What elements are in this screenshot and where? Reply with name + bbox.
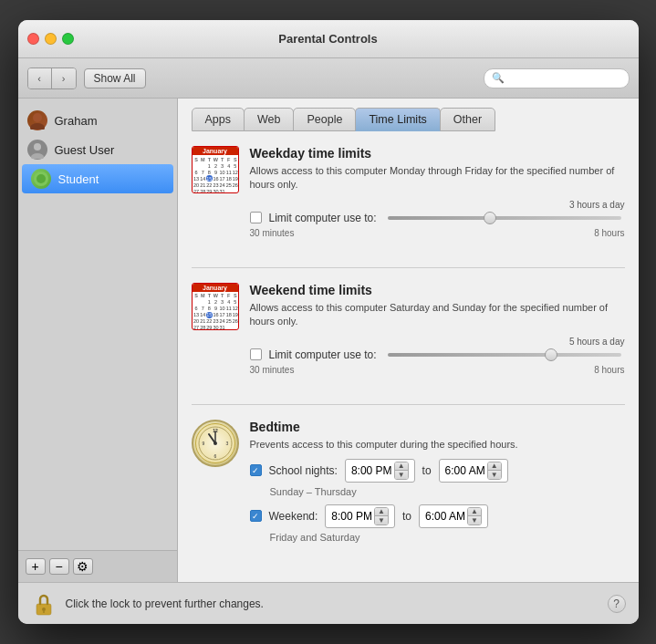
search-input[interactable] (508, 72, 621, 85)
weekend-start-up[interactable]: ▲ (375, 508, 388, 516)
close-button[interactable] (27, 33, 39, 45)
weekend-end-value: 6:00 AM (425, 510, 465, 523)
weekend-start-time: 8:00 PM ▲ ▼ (325, 504, 395, 528)
divider-2 (192, 404, 625, 405)
weekend-checkbox[interactable] (250, 348, 262, 360)
show-all-button[interactable]: Show All (84, 68, 146, 88)
weekday-slider-max: 8 hours (594, 228, 624, 238)
school-nights-start-up[interactable]: ▲ (395, 462, 408, 471)
sidebar-user-list: Graham Guest User (18, 99, 177, 550)
bedtime-text: Bedtime Prevents access to this computer… (250, 420, 625, 550)
svg-point-5 (36, 174, 46, 183)
username-graham: Graham (55, 114, 98, 128)
bottom-bar: Click the lock to prevent further change… (18, 582, 639, 624)
to-label-2: to (402, 510, 411, 523)
school-nights-start-stepper[interactable]: ▲ ▼ (394, 462, 409, 480)
weekend-start-box[interactable]: 8:00 PM ▲ ▼ (325, 504, 395, 528)
weekend-end-up[interactable]: ▲ (468, 508, 481, 516)
school-nights-label: School nights: (269, 464, 338, 477)
weekend-slider-value: 5 hours a day (250, 337, 625, 347)
weekday-calendar-icon: January SMTWTFS 12345 6789101112 1314151… (192, 146, 239, 193)
tab-other[interactable]: Other (440, 108, 495, 131)
weekend-section: January SMTWTFS 12345 6789101112 1314151… (192, 283, 625, 386)
username-student: Student (58, 172, 99, 186)
weekend-slider-max: 8 hours (594, 365, 624, 375)
weekend-start-value: 8:00 PM (331, 510, 372, 523)
traffic-lights (27, 33, 74, 45)
school-nights-end-up[interactable]: ▲ (488, 462, 501, 471)
back-button[interactable]: ‹ (28, 68, 52, 88)
forward-button[interactable]: › (52, 68, 76, 88)
school-nights-start-time: 8:00 PM ▲ ▼ (345, 459, 415, 483)
school-nights-start-box[interactable]: 8:00 PM ▲ ▼ (345, 459, 415, 483)
sidebar-controls: + − ⚙ (18, 550, 177, 582)
remove-user-button[interactable]: − (49, 558, 69, 575)
weekend-calendar-icon: January SMTWTFS 12345 6789101112 1314151… (192, 283, 239, 330)
svg-text:6: 6 (213, 453, 216, 459)
weekend-bedtime-checkbox[interactable] (250, 510, 262, 522)
school-nights-end-box[interactable]: 6:00 AM ▲ ▼ (439, 459, 508, 483)
svg-point-3 (31, 153, 44, 159)
school-nights-end-time: 6:00 AM ▲ ▼ (439, 459, 508, 483)
weekday-desc: Allows access to this computer Monday th… (250, 164, 625, 192)
nav-buttons: ‹ › (27, 68, 77, 89)
weekday-slider-min: 30 minutes (250, 228, 295, 238)
lock-icon (33, 591, 55, 617)
weekend-slider-min: 30 minutes (250, 365, 295, 375)
svg-point-2 (34, 143, 41, 151)
weekend-bedtime-label: Weekend: (269, 510, 318, 523)
maximize-button[interactable] (62, 33, 74, 45)
school-nights-end-down[interactable]: ▼ (488, 471, 501, 479)
content-area: Graham Guest User (18, 99, 639, 582)
svg-point-13 (213, 441, 217, 445)
to-label-1: to (422, 464, 432, 477)
minimize-button[interactable] (45, 33, 57, 45)
tab-time-limits[interactable]: Time Limits (355, 108, 440, 131)
bedtime-desc: Prevents access to this computer during … (250, 438, 625, 452)
weekend-text: Weekend time limits Allows access to thi… (250, 283, 625, 386)
weekend-start-down[interactable]: ▼ (375, 516, 388, 525)
sidebar-item-graham[interactable]: Graham (18, 106, 177, 135)
help-button[interactable]: ? (608, 595, 626, 613)
school-nights-start-value: 8:00 PM (351, 464, 392, 477)
main-panel: Apps Web People Time Limits Other (178, 99, 639, 582)
main-window: Parental Controls ‹ › Show All 🔍 (18, 20, 639, 624)
weekend-end-down[interactable]: ▼ (468, 516, 481, 525)
tab-people[interactable]: People (293, 108, 356, 131)
school-nights-end-stepper[interactable]: ▲ ▼ (487, 462, 502, 480)
weekend-slider[interactable] (384, 353, 625, 357)
weekday-text: Weekday time limits Allows access to thi… (250, 146, 625, 249)
weekend-bedtime-sublabel: Friday and Saturday (270, 532, 625, 543)
lock-button[interactable] (31, 591, 57, 617)
divider-1 (192, 267, 625, 268)
weekend-bedtime-row: Weekend: 8:00 PM ▲ ▼ to (250, 504, 625, 528)
weekday-limit-label: Limit computer use to: (269, 212, 377, 224)
tab-apps[interactable]: Apps (192, 108, 245, 131)
weekend-end-stepper[interactable]: ▲ ▼ (467, 507, 482, 525)
weekday-slider[interactable] (384, 216, 625, 220)
bedtime-title: Bedtime (250, 420, 625, 434)
weekday-section: January SMTWTFS 12345 6789101112 1314151… (192, 146, 625, 249)
sidebar-item-student[interactable]: Student (22, 164, 173, 193)
school-nights-start-down[interactable]: ▼ (395, 471, 408, 479)
weekend-end-box[interactable]: 6:00 AM ▲ ▼ (419, 504, 488, 528)
school-nights-row: School nights: 8:00 PM ▲ ▼ to (250, 459, 625, 483)
bedtime-clock-icon: 12 3 6 9 (192, 420, 239, 467)
svg-point-0 (33, 113, 42, 122)
avatar-student (31, 169, 51, 189)
sidebar-item-guest[interactable]: Guest User (18, 135, 177, 164)
sidebar: Graham Guest User (18, 99, 178, 582)
calendar-month-weekend: January (193, 284, 238, 292)
weekend-limit-label: Limit computer use to: (269, 348, 377, 361)
add-user-button[interactable]: + (26, 558, 46, 575)
weekend-start-stepper[interactable]: ▲ ▼ (374, 507, 389, 525)
avatar-guest (27, 140, 47, 160)
tabs: Apps Web People Time Limits Other (192, 108, 625, 131)
school-nights-checkbox[interactable] (250, 464, 262, 476)
svg-text:3: 3 (225, 441, 228, 446)
tab-web[interactable]: Web (244, 108, 294, 131)
gear-button[interactable]: ⚙ (73, 558, 93, 575)
weekday-checkbox[interactable] (250, 212, 262, 223)
weekday-slider-value: 3 hours a day (250, 200, 625, 210)
weekend-desc: Allows access to this computer Saturday … (250, 301, 625, 329)
